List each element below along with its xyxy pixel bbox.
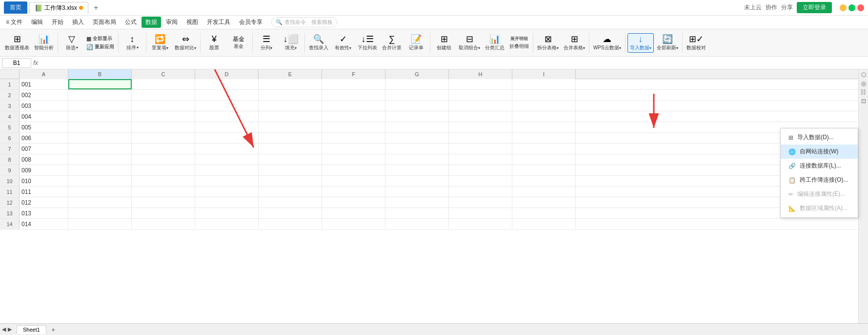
cell-b9[interactable] (68, 165, 132, 175)
cell-i2[interactable] (512, 90, 576, 100)
cell-g1[interactable] (385, 79, 449, 89)
cell-d5[interactable] (195, 122, 259, 132)
cell-f4[interactable] (322, 111, 385, 122)
cell-d8[interactable] (195, 154, 259, 165)
toolbar-query[interactable]: 🔍 查找录入 (307, 34, 330, 52)
cell-e2[interactable] (259, 90, 322, 100)
cell-h14[interactable] (449, 219, 512, 229)
cell-d12[interactable] (195, 197, 259, 208)
minimize-button[interactable] (840, 4, 847, 11)
menu-file[interactable]: ≡ 文件 (2, 17, 26, 28)
menu-insert[interactable]: 插入 (68, 17, 88, 28)
cell-e5[interactable] (259, 122, 322, 132)
menu-vip[interactable]: 会员专享 (235, 17, 266, 28)
toolbar-fill[interactable]: ↓⬜ 填充▾ (279, 34, 303, 52)
cell-a7[interactable]: 007 (20, 144, 68, 154)
toolbar-subtotal[interactable]: 📊 分类汇总 (483, 34, 506, 52)
cell-i7[interactable] (512, 144, 576, 154)
cell-c8[interactable] (132, 154, 195, 165)
cell-d14[interactable] (195, 219, 259, 229)
cell-reference[interactable] (2, 58, 31, 68)
cell-b3[interactable] (68, 101, 132, 111)
cell-g5[interactable] (385, 122, 449, 132)
toolbar-group-btn[interactable]: ⊞ 创建组 (432, 34, 456, 52)
cell-d10[interactable] (195, 176, 259, 186)
cell-h8[interactable] (449, 154, 512, 165)
cell-h5[interactable] (449, 122, 512, 132)
cell-c9[interactable] (132, 165, 195, 175)
dropdown-web-connect[interactable]: 🌐 自网站连接(W) (781, 145, 858, 159)
menu-formula[interactable]: 公式 (121, 17, 141, 28)
close-button[interactable] (857, 4, 864, 11)
cell-g12[interactable] (385, 197, 449, 208)
dropdown-db-connect[interactable]: 🔗 连接数据库(L)... (781, 159, 858, 173)
toolbar-analysis[interactable]: 📊 智能分析 (32, 34, 56, 52)
cell-i4[interactable] (512, 111, 576, 122)
toolbar-split-col[interactable]: ☰ 分列▾ (255, 34, 278, 52)
cell-i10[interactable] (512, 176, 576, 186)
cell-b5[interactable] (68, 122, 132, 132)
toolbar-stock[interactable]: ¥ 股票 (202, 34, 226, 52)
cell-h2[interactable] (449, 90, 512, 100)
cell-g8[interactable] (385, 154, 449, 165)
cell-g14[interactable] (385, 219, 449, 229)
cell-c13[interactable] (132, 208, 195, 218)
collab-button[interactable]: 协作 (766, 3, 777, 12)
cell-i8[interactable] (512, 154, 576, 165)
sheet-nav-left[interactable]: ◀ (2, 326, 6, 333)
col-header-e[interactable]: E (259, 69, 322, 79)
cell-c4[interactable] (132, 111, 195, 122)
cell-c5[interactable] (132, 122, 195, 132)
cell-b6[interactable] (68, 133, 132, 143)
cell-a2[interactable]: 002 (20, 90, 68, 100)
cell-a6[interactable]: 006 (20, 133, 68, 143)
cell-b8[interactable] (68, 154, 132, 165)
cell-h11[interactable] (449, 187, 512, 197)
cell-a8[interactable]: 008 (20, 154, 68, 165)
cell-c12[interactable] (132, 197, 195, 208)
cell-a9[interactable]: 009 (20, 165, 68, 175)
cell-e11[interactable] (259, 187, 322, 197)
toolbar-wps-cloud[interactable]: ☁ WPS云数据▾ (591, 34, 623, 52)
cell-b7[interactable] (68, 144, 132, 154)
cell-a5[interactable]: 005 (20, 122, 68, 132)
cell-c10[interactable] (132, 176, 195, 186)
cell-f14[interactable] (322, 219, 385, 229)
sidebar-icon-2[interactable]: ◎ (861, 80, 866, 87)
col-header-g[interactable]: G (385, 69, 449, 79)
cell-h6[interactable] (449, 133, 512, 143)
cell-b10[interactable] (68, 176, 132, 186)
cell-d9[interactable] (195, 165, 259, 175)
login-button[interactable]: 立即登录 (797, 2, 832, 13)
cell-b14[interactable] (68, 219, 132, 229)
cell-e7[interactable] (259, 144, 322, 154)
cell-d1[interactable] (195, 79, 259, 89)
sheet-tab-1[interactable]: Sheet1 (17, 325, 46, 334)
col-header-d[interactable]: D (195, 69, 259, 79)
cell-a1[interactable]: 001 (20, 79, 68, 89)
dropdown-cross-workbook[interactable]: 📋 跨工作簿连接(O)... (781, 173, 858, 187)
cell-i9[interactable] (512, 165, 576, 175)
cell-c2[interactable] (132, 90, 195, 100)
cell-f13[interactable] (322, 208, 385, 218)
cell-f1[interactable] (322, 79, 385, 89)
cell-d6[interactable] (195, 133, 259, 143)
cell-e8[interactable] (259, 154, 322, 165)
cell-e12[interactable] (259, 197, 322, 208)
cell-f2[interactable] (322, 90, 385, 100)
cell-a12[interactable]: 012 (20, 197, 68, 208)
cell-h13[interactable] (449, 208, 512, 218)
cell-h7[interactable] (449, 144, 512, 154)
cell-g3[interactable] (385, 101, 449, 111)
cell-a10[interactable]: 010 (20, 176, 68, 186)
cell-g4[interactable] (385, 111, 449, 122)
menu-view[interactable]: 视图 (182, 17, 202, 28)
cell-b11[interactable] (68, 187, 132, 197)
toolbar-collapse[interactable]: 展开明细 折叠明细 (507, 35, 531, 51)
cell-e4[interactable] (259, 111, 322, 122)
menu-edit[interactable]: 编辑 (27, 17, 47, 28)
toolbar-dropdown-list[interactable]: ↓☰ 下拉列表 (356, 34, 379, 52)
cell-f12[interactable] (322, 197, 385, 208)
cell-i11[interactable] (512, 187, 576, 197)
toolbar-show-all[interactable]: ▦全部显示 (84, 35, 116, 42)
